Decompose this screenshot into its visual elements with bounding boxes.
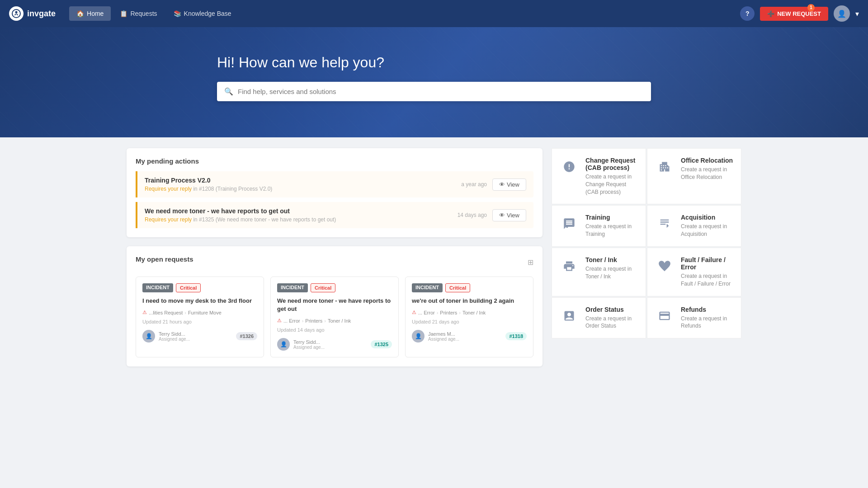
pending-item-0-detail: in #1208 (Training Process V2.0) [193,186,272,192]
new-request-icon: ➕ [767,10,774,17]
user-avatar[interactable]: 👤 [834,5,850,22]
brand-logo[interactable]: invgate [9,6,56,21]
catalog-desc-1: Create a request in Office Relocation [681,166,734,181]
catalog-name-6: Order Status [585,306,638,313]
pending-item-0-time: a year ago [461,181,487,188]
hero-heading: Hi! How can we help you? [217,54,651,71]
catalog-desc-7: Create a request in Refunds [681,315,734,330]
nav-knowledge-base[interactable]: 📚 Knowledge Base [166,6,239,21]
pending-item-1-requires: Requires your reply [145,216,192,223]
catalog-name-1: Office Relocation [681,157,734,164]
catalog-icon-5 [655,256,675,276]
catalog-icon-3 [655,214,675,234]
catalog-item-7[interactable]: Refunds Create a request in Refunds [647,297,741,339]
nav-requests[interactable]: 📋 Requests [113,6,164,21]
catalog-item-4[interactable]: Toner / Ink Create a request in Toner / … [552,248,646,296]
nav-home-label: Home [87,10,104,17]
catalog-grid: Change Request (CAB process) Create a re… [552,148,741,338]
catalog-item-5[interactable]: Fault / Failure / Error Create a request… [647,248,741,296]
card-footer-0: 👤 Terry Sidd... Assigned age... #1326 [142,330,257,343]
catalog-item-1[interactable]: Office Relocation Create a request in Of… [647,148,741,204]
view-label-0: View [507,181,519,188]
nav-home[interactable]: 🏠 Home [69,6,111,21]
right-panel: Change Request (CAB process) Create a re… [552,148,741,366]
search-icon: 🔍 [224,87,233,96]
hero-section: Hi! How can we help you? 🔍 [0,27,868,137]
svg-point-2 [566,226,568,228]
tag-incident-1: INCIDENT [277,283,308,292]
eye-icon-1: 👁 [499,212,505,219]
tag-priority-1: Critical [311,283,335,292]
kb-icon: 📚 [174,10,181,17]
card-footer-2: 👤 Jaemes M... Assigned age... #1318 [412,330,527,343]
request-card-2[interactable]: INCIDENT Critical we're out of toner in … [405,277,533,357]
catalog-desc-4: Create a request in Toner / Ink [585,265,638,281]
path-segment: Furniture Move [188,310,222,315]
tag-priority-2: Critical [445,283,470,292]
search-bar: 🔍 [217,82,651,101]
catalog-desc-3: Create a request in Acquisition [681,223,734,238]
main-content: My pending actions Training Process V2.0… [118,137,750,377]
request-card-1[interactable]: INCIDENT Critical We need more toner - w… [270,277,399,357]
card-title-1: We need more toner - we have reports to … [277,297,392,313]
pending-item-1-time: 14 days ago [458,212,487,218]
catalog-name-2: Training [585,214,638,221]
card-updated-0: Updated 21 hours ago [142,319,257,324]
catalog-icon-1 [655,157,675,177]
path-segment: Toner / Ink [462,310,486,315]
alert-icon-0: ⚠ [142,310,147,315]
pending-item-0-view[interactable]: 👁 View [492,178,526,191]
catalog-name-7: Refunds [681,306,734,313]
view-label-1: View [507,212,519,219]
catalog-name-0: Change Request (CAB process) [585,157,638,171]
card-tags-0: INCIDENT Critical [142,283,257,292]
eye-icon: 👁 [499,181,505,188]
catalog-icon-0 [559,157,579,177]
catalog-name-4: Toner / Ink [585,256,638,263]
catalog-text-0: Change Request (CAB process) Create a re… [585,157,638,196]
user-menu-chevron[interactable]: ▾ [855,9,859,18]
new-request-label: NEW REQUEST [777,10,821,17]
tag-incident-0: INCIDENT [142,283,173,292]
catalog-item-0[interactable]: Change Request (CAB process) Create a re… [552,148,646,204]
pending-item-1-view[interactable]: 👁 View [492,209,526,221]
card-path-2: ⚠ ... Error›Printers›Toner / Ink [412,310,527,315]
grid-view-icon[interactable]: ⊞ [528,258,533,267]
pending-item-0-sub: Requires your reply in #1208 (Training P… [145,186,272,192]
catalog-name-5: Fault / Failure / Error [681,256,734,271]
info-button[interactable]: ? [740,6,755,21]
catalog-desc-6: Create a request in Order Status [585,315,638,330]
catalog-item-3[interactable]: Acquisition Create a request in Acquisit… [647,205,741,247]
card-user-name-2: Jaemes M... [428,331,459,337]
pending-item-1-detail: in #1325 (We need more toner - we have r… [193,216,336,223]
card-updated-2: Updated 21 days ago [412,319,527,324]
catalog-name-3: Acquisition [681,214,734,221]
path-segment: ... Error [418,310,435,315]
path-segment: Printers [440,310,457,315]
pending-item-1[interactable]: We need more toner - we have reports to … [136,202,533,228]
pending-item-0-right: a year ago 👁 View [461,178,526,191]
pending-item-1-sub: Requires your reply in #1325 (We need mo… [145,216,336,223]
request-cards-grid: INCIDENT Critical I need to move my desk… [136,277,533,357]
catalog-item-6[interactable]: Order Status Create a request in Order S… [552,297,646,339]
card-title-0: I need to move my desk to the 3rd floor [142,297,257,305]
tag-incident-2: INCIDENT [412,283,443,292]
nav-kb-label: Knowledge Base [184,10,231,17]
card-user-1: 👤 Terry Sidd... Assigned age... [277,338,325,351]
card-tags-1: INCIDENT Critical [277,283,392,292]
card-user-avatar-1: 👤 [277,338,290,351]
catalog-icon-2 [559,214,579,234]
catalog-item-2[interactable]: Training Create a request in Training [552,205,646,247]
card-user-avatar-2: 👤 [412,330,425,343]
pending-section: My pending actions Training Process V2.0… [127,148,542,237]
pending-item-0-title: Training Process V2.0 [145,177,272,184]
path-segment: ...lities Request [149,310,183,315]
new-request-button[interactable]: ➕ NEW REQUEST 1 [760,7,828,21]
pending-item-0[interactable]: Training Process V2.0 Requires your repl… [136,171,533,197]
path-separator: › [437,310,439,315]
request-card-0[interactable]: INCIDENT Critical I need to move my desk… [136,277,264,357]
navbar: invgate 🏠 Home 📋 Requests 📚 Knowledge Ba… [0,0,868,27]
svg-point-0 [12,9,20,18]
search-input[interactable] [238,88,644,95]
card-assigned-label-2: Assigned age... [428,337,459,342]
